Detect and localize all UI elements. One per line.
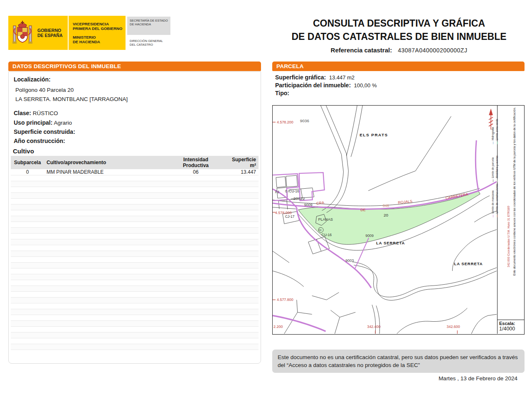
referencia-label: Referencia catastral: [331, 47, 392, 54]
table-cell [11, 187, 44, 193]
gobierno-label: GOBIERNO DE ESPAÑA [37, 28, 62, 38]
cultivo-table-header: SubparcelaCultivo/aprovechamientoIntensi… [11, 156, 259, 169]
table-cell: 06 [169, 169, 223, 175]
table-row [11, 181, 259, 187]
table-cell [223, 292, 259, 298]
legend-color-dash: — [491, 215, 494, 218]
legend-color-dash: — [491, 180, 494, 182]
table-cell [44, 245, 169, 251]
table-cell [44, 210, 169, 216]
table-cell: 13.447 [223, 169, 259, 175]
legend-item-label: Hidrografía [491, 127, 494, 140]
table-cell [44, 216, 169, 222]
map-label: CJ-17 [285, 214, 295, 219]
table-cell [44, 257, 169, 263]
table-row [11, 234, 259, 239]
table-cell [11, 280, 44, 286]
table-cell [223, 245, 259, 251]
map-label: PJ [275, 190, 279, 194]
table-cell [11, 251, 44, 257]
table-cell [44, 327, 169, 332]
map-label: LA SERRETA [376, 241, 405, 245]
map-label: LA SERRETA [454, 261, 483, 266]
table-cell [223, 210, 259, 216]
table-row [11, 199, 259, 204]
table-cell [169, 187, 223, 193]
table-cell [11, 193, 44, 199]
table-cell [11, 315, 44, 321]
table-cell [11, 286, 44, 292]
map-label: 2.200 [273, 325, 283, 329]
table-row [11, 292, 259, 298]
table-cell [11, 309, 44, 315]
table-cell: MM PINAR MADERABLE [44, 169, 169, 175]
map-label: ELS PRATS [360, 133, 388, 137]
table-cell [223, 228, 259, 234]
map-label: 0 /CU-16 [285, 189, 299, 193]
legend-pair: —Hidrografía—Límite zona verde [491, 119, 499, 144]
table-row [11, 216, 259, 222]
table-cell [44, 344, 169, 350]
table-cell [169, 280, 223, 286]
table-cell [223, 239, 259, 245]
document-title: CONSULTA DESCRIPTIVA Y GRÁFICA DE DATOS … [274, 17, 524, 54]
table-cell [11, 268, 44, 274]
table-row [11, 309, 259, 315]
legend-item: —Límite de manzana [491, 184, 495, 217]
table-cell [11, 222, 44, 228]
cultivo-table: SubparcelaCultivo/aprovechamientoIntensi… [11, 156, 259, 350]
table-cell [169, 181, 223, 187]
table-row [11, 332, 259, 338]
table-cell [169, 274, 223, 280]
table-row [11, 298, 259, 303]
cadastral-document: GOBIERNO DE ESPAÑA VICEPRESIDENCIA PRIME… [0, 0, 532, 399]
table-cell [223, 303, 259, 309]
table-cell [44, 228, 169, 234]
gobierno-espana-logo: GOBIERNO DE ESPAÑA [8, 16, 68, 50]
map-label: 295.04 [312, 206, 318, 209]
table-cell [223, 280, 259, 286]
table-row [11, 280, 259, 286]
table-cell [169, 193, 223, 199]
table-cell [169, 216, 223, 222]
table-cell [44, 280, 169, 286]
table-row [11, 315, 259, 321]
column-header: Subparcela [11, 156, 44, 169]
table-cell [44, 321, 169, 327]
section-header-datos-descriptivos: DATOS DESCRIPTIVOS DEL INMUEBLE [8, 62, 261, 71]
referencia-catastral: Referencia catastral:43087A040000200000Z… [274, 47, 524, 54]
table-cell [169, 315, 223, 321]
map-label: 4.577.800 [277, 298, 293, 302]
legend-utm-note: 342.600 Coordenadas U.T.M. Huso 31 ETRS8… [507, 206, 510, 267]
table-cell [44, 338, 169, 344]
table-cell [223, 204, 259, 210]
map-label: 9009 [304, 203, 313, 207]
legend-pair: —Límite de parcela—Mobiliario y aceras [491, 155, 499, 182]
legend-item: —Límite de parcela [491, 155, 495, 182]
map-legend-strip: —Hidrografía—Límite zona verde—Límite de… [497, 106, 524, 334]
table-row [11, 257, 259, 263]
table-row [11, 338, 259, 344]
table-cell: 0 [11, 169, 44, 175]
ministerio-label: MINISTERIO DE HACIENDA [73, 35, 100, 44]
table-cell [44, 181, 169, 187]
table-cell [11, 239, 44, 245]
table-cell [169, 175, 223, 181]
ministerio-logo-block: VICEPRESIDENCIA PRIMERA DEL GOBIERNO MIN… [69, 16, 126, 50]
legend-color-dash: — [495, 215, 498, 218]
table-cell [11, 234, 44, 239]
table-cell [11, 181, 44, 187]
table-cell [223, 321, 259, 327]
table-row [11, 175, 259, 181]
table-cell [223, 268, 259, 274]
table-cell [44, 199, 169, 204]
cadastral-map: 4.578.2009036ELS PRATSPJ0 /CU-1623822900… [272, 105, 525, 335]
table-cell [44, 204, 169, 210]
map-label: 23822 [293, 196, 305, 201]
table-cell [169, 234, 223, 239]
table-row [11, 344, 259, 350]
title-line-1: CONSULTA DESCRIPTIVA Y GRÁFICA [274, 17, 524, 30]
escala-box: Escala: 1/4000 [497, 320, 524, 334]
table-cell [11, 274, 44, 280]
table-cell [223, 315, 259, 321]
